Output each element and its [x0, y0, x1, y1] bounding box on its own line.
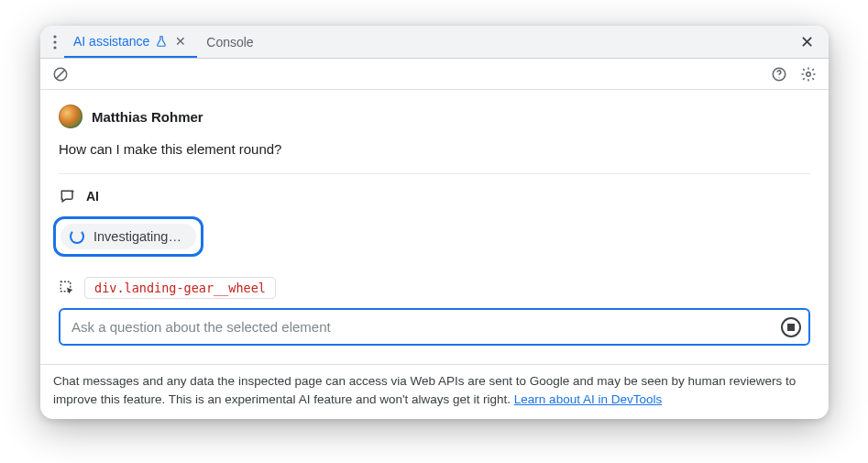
ask-input-container [59, 308, 810, 346]
stop-button[interactable] [781, 317, 801, 337]
conversation-area: Matthias Rohmer How can I make this elem… [40, 90, 829, 364]
svg-line-4 [56, 70, 65, 79]
disclaimer-link[interactable]: Learn about AI in DevTools [514, 392, 662, 406]
svg-point-0 [53, 35, 56, 38]
devtools-panel: AI assistance ✕ Console ✕ Matthias Rohme… [40, 26, 829, 419]
disclaimer: Chat messages and any data the inspected… [40, 364, 829, 419]
status-pill: Investigating… [60, 224, 196, 249]
help-icon[interactable] [768, 63, 790, 85]
tab-label: Console [206, 35, 253, 50]
close-tab-button[interactable]: ✕ [173, 34, 188, 49]
user-header: Matthias Rohmer [59, 105, 810, 128]
tab-bar: AI assistance ✕ Console ✕ [40, 26, 829, 59]
toolbar [40, 59, 829, 90]
spinner-icon [70, 229, 84, 244]
svg-point-2 [53, 46, 56, 49]
svg-point-1 [53, 40, 56, 43]
tab-label: AI assistance [73, 34, 149, 49]
ai-label: AI [86, 189, 99, 204]
context-row: div.landing-gear__wheel [59, 277, 810, 299]
cancel-icon[interactable] [49, 63, 71, 85]
status-text: Investigating… [93, 229, 181, 244]
svg-point-7 [807, 72, 811, 76]
close-panel-button[interactable]: ✕ [794, 29, 819, 55]
flask-icon [155, 35, 168, 48]
svg-point-6 [778, 77, 779, 78]
tab-console[interactable]: Console [197, 26, 262, 58]
selected-element-chip[interactable]: div.landing-gear__wheel [84, 277, 276, 299]
ask-input[interactable] [59, 308, 810, 346]
avatar [59, 105, 82, 128]
user-question: How can I make this element round? [59, 141, 810, 157]
select-element-icon[interactable] [59, 280, 75, 296]
more-menu-button[interactable] [46, 29, 64, 55]
tab-ai-assistance[interactable]: AI assistance ✕ [64, 26, 197, 58]
disclaimer-text: Chat messages and any data the inspected… [53, 374, 796, 406]
ai-header: AI [59, 187, 810, 205]
user-name: Matthias Rohmer [92, 109, 203, 125]
gear-icon[interactable] [797, 63, 819, 85]
status-highlight: Investigating… [53, 216, 203, 257]
sparkle-chat-icon [59, 187, 77, 205]
divider [59, 173, 810, 174]
